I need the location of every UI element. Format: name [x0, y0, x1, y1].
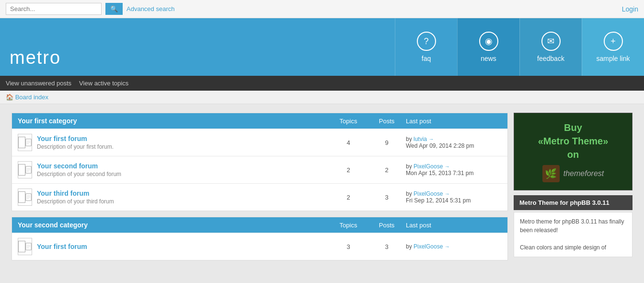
faq-label: faq	[422, 55, 431, 62]
forum-icon	[18, 134, 32, 151]
forum-row: Your third forum Description of your thi…	[12, 183, 507, 211]
forum-posts: 3	[368, 243, 406, 250]
forum-title[interactable]: Your first forum	[37, 243, 87, 250]
feedback-icon: ✉	[541, 32, 561, 51]
forum-icon	[18, 161, 32, 178]
forum-icon	[18, 238, 32, 255]
category-block-2: Your second category Topics Posts Last p…	[12, 217, 508, 260]
forum-title[interactable]: Your second forum	[37, 162, 98, 170]
hero-link-sample[interactable]: + sample link	[582, 18, 644, 76]
top-bar: 🔍 Advanced search Login	[0, 0, 644, 18]
forum-posts: 9	[368, 139, 406, 146]
news-line-1: Metro theme for phpBB 3.0.11 has finally…	[520, 217, 626, 235]
ad-buy-text: Buy«Metro Theme»on	[522, 121, 624, 161]
forum-title[interactable]: Your third forum	[37, 189, 89, 197]
category-col-lastpost-1: Last post	[406, 118, 502, 125]
sample-label: sample link	[596, 55, 630, 62]
forum-posts: 2	[368, 166, 406, 174]
category-header-2: Your second category Topics Posts Last p…	[12, 217, 507, 233]
arrow-icon: →	[445, 164, 450, 169]
sidebar: Buy«Metro Theme»on 🌿 themeforest Metro T…	[514, 113, 632, 266]
category-col-topics-2: Topics	[329, 222, 368, 229]
arrow-icon: →	[445, 244, 450, 249]
forum-info: Your second forum Description of your se…	[37, 162, 329, 177]
search-input[interactable]	[6, 3, 102, 15]
news-icon: ◉	[479, 32, 498, 51]
forum-section: Your first category Topics Posts Last po…	[12, 113, 508, 266]
forum-topics: 4	[329, 139, 368, 146]
category-col-posts-1: Posts	[368, 118, 406, 125]
news-label: news	[481, 55, 496, 62]
search-button[interactable]: 🔍	[105, 3, 123, 15]
forum-topics: 3	[329, 243, 368, 250]
forum-icon	[18, 189, 32, 206]
nav-active-topics[interactable]: View active topics	[79, 80, 128, 87]
forum-info: Your third forum Description of your thi…	[37, 189, 329, 205]
category-col-lastpost-2: Last post	[406, 222, 502, 229]
forum-info: Your first forum	[37, 243, 329, 250]
forum-posts: 3	[368, 194, 406, 201]
news-line-2: Clean colors and simple design of	[520, 243, 626, 252]
lastpost-user[interactable]: lutvia	[414, 136, 427, 142]
category-col-topics-1: Topics	[329, 118, 368, 125]
category-block-1: Your first category Topics Posts Last po…	[12, 113, 508, 211]
ad-block: Buy«Metro Theme»on 🌿 themeforest	[514, 113, 632, 190]
forum-title[interactable]: Your first forum	[37, 135, 87, 142]
forum-desc: Description of your second forum	[37, 171, 329, 177]
nav-bar: View unanswered posts View active topics	[0, 76, 644, 91]
forum-lastpost: by lutvia → Wed Apr 09, 2014 2:28 pm	[406, 136, 502, 149]
forum-row: Your second forum Description of your se…	[12, 156, 507, 183]
lastpost-user[interactable]: PixelGoose	[414, 163, 443, 170]
lastpost-user[interactable]: PixelGoose	[414, 190, 443, 197]
main-content: Your first category Topics Posts Last po…	[6, 108, 638, 271]
news-content: Metro theme for phpBB 3.0.11 has finally…	[514, 212, 632, 257]
page-body: Your first category Topics Posts Last po…	[0, 104, 644, 275]
arrow-icon: →	[428, 136, 434, 142]
hero-links: ? faq ◉ news ✉ feedback + sample link	[395, 18, 644, 76]
hero-link-news[interactable]: ◉ news	[457, 18, 519, 76]
hero-title: metro	[10, 47, 61, 68]
nav-unanswered[interactable]: View unanswered posts	[6, 80, 71, 87]
breadcrumb-home-icon: 🏠	[6, 94, 13, 101]
forum-lastpost: by PixelGoose → Fri Sep 12, 2014 5:31 pm	[406, 190, 502, 204]
arrow-icon: →	[445, 191, 450, 197]
ad-themeforest: 🌿 themeforest	[522, 165, 624, 182]
category-header-1: Your first category Topics Posts Last po…	[12, 113, 507, 129]
search-form: 🔍 Advanced search	[6, 3, 174, 15]
news-block-header: Metro Theme for phpBB 3.0.11	[514, 195, 632, 210]
sample-icon: +	[604, 32, 623, 51]
forum-lastpost: by PixelGoose →	[406, 243, 502, 250]
faq-icon: ?	[417, 32, 436, 51]
forum-topics: 2	[329, 194, 368, 201]
category-title-2: Your second category	[18, 221, 329, 229]
forum-row: Your first forum 3 3 by PixelGoose →	[12, 233, 507, 260]
breadcrumb-row: 🏠 Board index	[0, 91, 644, 104]
themeforest-label: themeforest	[564, 169, 604, 178]
themeforest-icon: 🌿	[542, 165, 560, 182]
lastpost-user[interactable]: PixelGoose	[414, 243, 443, 250]
login-link[interactable]: Login	[622, 5, 638, 13]
hero-main: metro	[0, 18, 395, 76]
advanced-search-link[interactable]: Advanced search	[126, 5, 174, 12]
category-col-posts-2: Posts	[368, 222, 406, 229]
hero-link-feedback[interactable]: ✉ feedback	[519, 18, 582, 76]
feedback-label: feedback	[537, 55, 564, 62]
hero-banner: metro ? faq ◉ news ✉ feedback + sample l…	[0, 18, 644, 76]
forum-desc: Description of your first forum.	[37, 143, 329, 150]
forum-topics: 2	[329, 166, 368, 174]
news-block-title: Metro Theme for phpBB 3.0.11	[519, 199, 610, 206]
forum-lastpost: by PixelGoose → Mon Apr 15, 2013 7:31 pm	[406, 163, 502, 177]
forum-info: Your first forum Description of your fir…	[37, 135, 329, 150]
category-title-1: Your first category	[18, 117, 329, 125]
hero-link-faq[interactable]: ? faq	[395, 18, 457, 76]
forum-row: Your first forum Description of your fir…	[12, 129, 507, 156]
breadcrumb-board-index[interactable]: Board index	[15, 94, 48, 101]
forum-desc: Description of your third forum	[37, 198, 329, 205]
